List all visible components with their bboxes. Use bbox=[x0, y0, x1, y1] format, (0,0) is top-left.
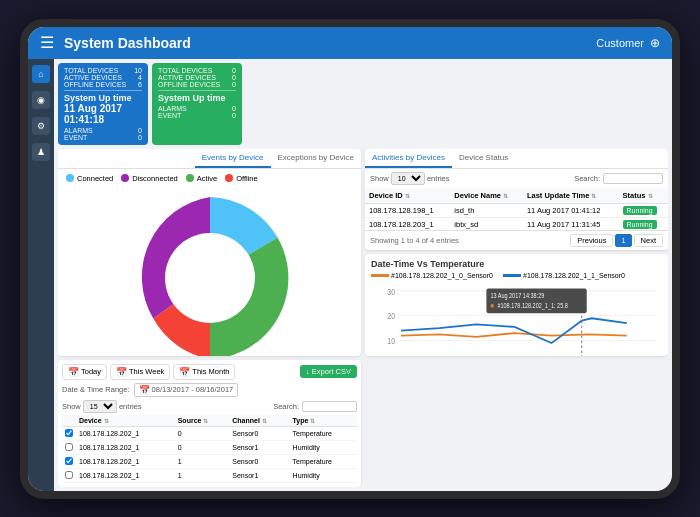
line-chart-svg: 30 20 10 13 Aug 2017 14:38:29 ■ bbox=[371, 281, 662, 356]
legend-connected: Connected bbox=[66, 174, 113, 183]
date-range-row: Date & Time Range: 📅 08/13/2017 - 08/16/… bbox=[62, 383, 357, 397]
donut-container bbox=[58, 188, 361, 356]
legend-disconnected: Disconnected bbox=[121, 174, 177, 183]
r2-name: ibtx_sd bbox=[450, 217, 523, 230]
export-csv-button[interactable]: ↓ Export CSV bbox=[300, 365, 357, 378]
sidebar-icon-chart[interactable]: ◉ bbox=[32, 91, 50, 109]
search-box: Search: bbox=[574, 173, 663, 184]
svg-text:#108.178.128.202_1_1: 25.8: #108.178.128.202_1_1: 25.8 bbox=[497, 302, 568, 310]
line-legend: #108.178.128.202_1_0_Sensor0 #108.178.12… bbox=[371, 272, 662, 279]
br-search-input[interactable] bbox=[302, 401, 357, 412]
legend-dot-offline bbox=[225, 174, 233, 182]
time-controls: 📅 Today 📅 This Week 📅 This Month ↓ Expor… bbox=[62, 364, 357, 380]
r1-name: isd_th bbox=[450, 203, 523, 217]
r2-status: Running bbox=[619, 217, 668, 230]
col-source: Source ⇅ bbox=[175, 415, 230, 427]
menu-icon[interactable]: ☰ bbox=[40, 33, 54, 52]
br-channel-2: Sensor1 bbox=[229, 440, 289, 454]
br-check-4 bbox=[62, 468, 76, 482]
donut-svg bbox=[120, 188, 300, 356]
page-1-button[interactable]: 1 bbox=[615, 234, 631, 247]
today-button[interactable]: 📅 Today bbox=[62, 364, 107, 380]
legend-label-disconnected: Disconnected bbox=[132, 174, 177, 183]
svg-text:10: 10 bbox=[387, 337, 395, 347]
devices-table: Device ID ⇅ Device Name ⇅ Last Update Ti… bbox=[365, 188, 668, 231]
search-label: Search: bbox=[574, 174, 600, 183]
stat-card-1: TOTAL DEVICES10 ACTIVE DEVICES4 OFFLINE … bbox=[58, 63, 148, 145]
svg-text:■: ■ bbox=[490, 302, 494, 310]
date-range-input[interactable]: 📅 08/13/2017 - 08/16/2017 bbox=[134, 383, 239, 397]
br-checkbox-4[interactable] bbox=[65, 471, 73, 479]
br-source-4: 1 bbox=[175, 468, 230, 482]
br-source-3: 1 bbox=[175, 454, 230, 468]
entries-select[interactable]: 102550 bbox=[391, 172, 425, 185]
col-device-id: Device ID ⇅ bbox=[365, 188, 450, 204]
legend-label-active: Active bbox=[197, 174, 217, 183]
show-label: Show bbox=[370, 174, 391, 183]
table-row: 108.178.128.203_1 ibtx_sd 11 Aug 2017 11… bbox=[365, 217, 668, 230]
br-row: 108.178.128.202_1 1 Sensor0 Temperature bbox=[62, 454, 357, 468]
table-tabs: Activities by Devices Device Status bbox=[365, 149, 668, 169]
br-row: 108.178.128.202_1 0 Sensor1 Humidity bbox=[62, 440, 357, 454]
r2-time: 11 Aug 2017 11:31:45 bbox=[523, 217, 619, 230]
table-wrapper: Device ID ⇅ Device Name ⇅ Last Update Ti… bbox=[365, 188, 668, 231]
sidebar-icon-user[interactable]: ♟ bbox=[32, 143, 50, 161]
br-table-wrapper: Device ⇅ Source ⇅ Channel ⇅ Type ⇅ bbox=[62, 415, 357, 483]
table-panel: Activities by Devices Device Status Show… bbox=[365, 149, 668, 251]
line-chart-panel: Date-Time Vs Temperature #108.178.128.20… bbox=[365, 254, 668, 356]
col-last-update: Last Update Time ⇅ bbox=[523, 188, 619, 204]
tab-activities[interactable]: Activities by Devices bbox=[365, 149, 452, 168]
br-controls: Show 152550 entries Search: bbox=[62, 400, 357, 413]
app-title: System Dashboard bbox=[64, 35, 596, 51]
pagination: Showing 1 to 4 of 4 entries Previous 1 N… bbox=[365, 230, 668, 250]
sidebar-icon-settings[interactable]: ⚙ bbox=[32, 117, 50, 135]
next-button[interactable]: Next bbox=[634, 234, 663, 247]
br-source-1: 0 bbox=[175, 426, 230, 440]
series1-legend: #108.178.128.202_1_0_Sensor0 bbox=[371, 272, 493, 279]
chart-area: 30 20 10 13 Aug 2017 14:38:29 ■ bbox=[371, 281, 662, 356]
br-channel-3: Sensor0 bbox=[229, 454, 289, 468]
sidebar-icon-home[interactable]: ⌂ bbox=[32, 65, 50, 83]
br-checkbox-1[interactable] bbox=[65, 429, 73, 437]
share-icon[interactable]: ⊕ bbox=[650, 36, 660, 50]
series1-label: #108.178.128.202_1_0_Sensor0 bbox=[391, 272, 493, 279]
search-input[interactable] bbox=[603, 173, 663, 184]
donut-hole bbox=[165, 233, 255, 323]
br-checkbox-3[interactable] bbox=[65, 457, 73, 465]
page-buttons: Previous 1 Next bbox=[570, 234, 663, 247]
bottom-right-panel: 📅 Today 📅 This Week 📅 This Month ↓ Expor… bbox=[58, 360, 361, 487]
date-range-value: 08/13/2017 - 08/16/2017 bbox=[152, 385, 234, 394]
br-search: Search: bbox=[273, 401, 357, 412]
br-source-2: 0 bbox=[175, 440, 230, 454]
entries-label: entries bbox=[427, 174, 450, 183]
donut-chart-panel: Events by Device Exceptions by Device Co… bbox=[58, 149, 361, 356]
br-checkbox-2[interactable] bbox=[65, 443, 73, 451]
this-week-button[interactable]: 📅 This Week bbox=[110, 364, 170, 380]
col-check bbox=[62, 415, 76, 427]
br-entries-select[interactable]: 152550 bbox=[83, 400, 117, 413]
panel-grid: Activities by Devices Device Status Show… bbox=[58, 149, 668, 487]
showing-text: Showing 1 to 4 of 4 entries bbox=[370, 236, 459, 245]
table-row: 108.178.128.198_1 isd_th 11 Aug 2017 01:… bbox=[365, 203, 668, 217]
show-entries: Show 102550 entries bbox=[370, 172, 449, 185]
legend-dot-active bbox=[186, 174, 194, 182]
col-status: Status ⇅ bbox=[619, 188, 668, 204]
this-month-button[interactable]: 📅 This Month bbox=[173, 364, 235, 380]
br-device-1: 108.178.128.202_1 bbox=[76, 426, 175, 440]
tab-events-by-device[interactable]: Events by Device bbox=[195, 149, 271, 168]
br-show-entries: Show 152550 entries bbox=[62, 400, 141, 413]
tab-exceptions-by-device[interactable]: Exceptions by Device bbox=[271, 149, 361, 168]
customer-label: Customer bbox=[596, 37, 644, 49]
stat-card-2: TOTAL DEVICES0 ACTIVE DEVICES0 OFFLINE D… bbox=[152, 63, 242, 145]
legend-active: Active bbox=[186, 174, 217, 183]
br-device-3: 108.178.128.202_1 bbox=[76, 454, 175, 468]
svg-text:13 Aug 2017 14:38:29: 13 Aug 2017 14:38:29 bbox=[490, 292, 544, 300]
br-row: 108.178.128.202_1 1 Sensor1 Humidity bbox=[62, 468, 357, 482]
br-check-2 bbox=[62, 440, 76, 454]
stats-row: TOTAL DEVICES10 ACTIVE DEVICES4 OFFLINE … bbox=[58, 63, 668, 145]
col-type: Type ⇅ bbox=[290, 415, 357, 427]
br-search-label: Search: bbox=[273, 402, 299, 411]
prev-button[interactable]: Previous bbox=[570, 234, 613, 247]
tab-device-status[interactable]: Device Status bbox=[452, 149, 515, 168]
r2-id: 108.178.128.203_1 bbox=[365, 217, 450, 230]
